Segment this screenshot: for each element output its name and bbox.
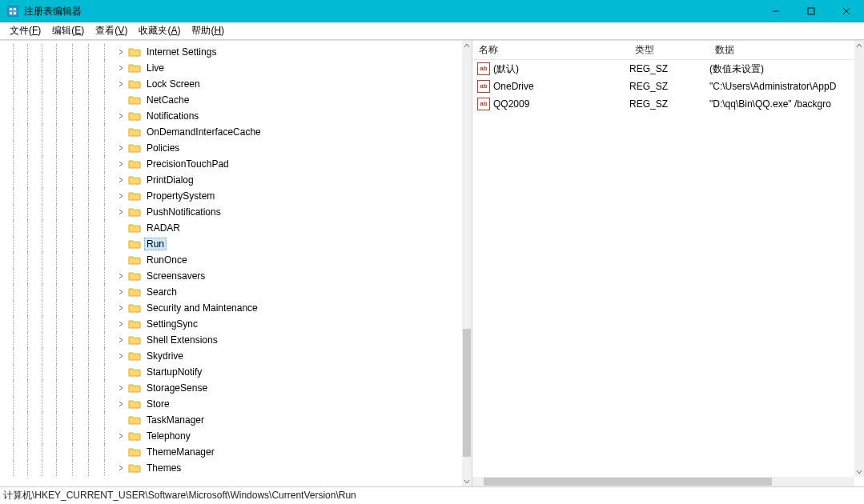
- chevron-right-icon[interactable]: [115, 430, 127, 442]
- tree-item[interactable]: RADAR: [11, 220, 462, 236]
- folder-icon: [128, 142, 141, 154]
- chevron-right-icon[interactable]: [115, 382, 127, 394]
- scrollbar-thumb[interactable]: [463, 329, 471, 457]
- tree-item[interactable]: Shell Extensions: [11, 332, 462, 348]
- tree-item[interactable]: PropertySystem: [11, 188, 462, 204]
- tree-item[interactable]: Policies: [11, 140, 462, 156]
- chevron-right-icon[interactable]: [115, 62, 127, 74]
- chevron-right-icon[interactable]: [115, 462, 127, 474]
- list-hscrollbar[interactable]: [472, 477, 854, 486]
- value-row[interactable]: abQQ2009REG_SZ"D:\qq\Bin\QQ.exe" /backgr…: [472, 95, 864, 113]
- chevron-right-icon[interactable]: [115, 334, 127, 346]
- tree-item[interactable]: Run: [11, 236, 462, 252]
- chevron-right-icon[interactable]: [115, 318, 127, 330]
- folder-icon: [128, 462, 141, 474]
- scrollbar-thumb[interactable]: [484, 478, 772, 486]
- tree-item-label: Notifications: [144, 110, 201, 122]
- app-icon: [6, 5, 19, 18]
- folder-icon: [128, 366, 141, 378]
- tree-item[interactable]: RunOnce: [11, 252, 462, 268]
- scroll-down-icon[interactable]: [854, 467, 864, 477]
- chevron-right-icon[interactable]: [115, 398, 127, 410]
- tree-item[interactable]: PrintDialog: [11, 172, 462, 188]
- tree-pane: Internet SettingsLiveLock ScreenNetCache…: [0, 41, 472, 486]
- svg-rect-3: [10, 12, 12, 14]
- chevron-right-icon[interactable]: [115, 190, 127, 202]
- tree-item[interactable]: Store: [11, 396, 462, 412]
- scroll-down-icon[interactable]: [462, 477, 472, 486]
- chevron-right-icon[interactable]: [115, 270, 127, 282]
- string-value-icon: ab: [477, 98, 490, 110]
- menu-view[interactable]: 查看(V): [90, 22, 132, 39]
- menu-help[interactable]: 帮助(H): [187, 22, 229, 39]
- tree-item-label: Internet Settings: [144, 46, 219, 58]
- column-name[interactable]: 名称: [472, 40, 629, 60]
- column-data[interactable]: 数据: [709, 40, 864, 60]
- tree-item[interactable]: Themes: [11, 460, 462, 476]
- column-type[interactable]: 类型: [629, 40, 709, 60]
- svg-rect-0: [8, 6, 18, 16]
- tree-item[interactable]: Internet Settings: [11, 44, 462, 60]
- tree-item[interactable]: Telephony: [11, 428, 462, 444]
- tree-item[interactable]: PrecisionTouchPad: [11, 156, 462, 172]
- chevron-right-icon[interactable]: [115, 78, 127, 90]
- chevron-right-icon[interactable]: [115, 110, 127, 122]
- scroll-up-icon[interactable]: [854, 41, 864, 50]
- chevron-right-icon[interactable]: [115, 142, 127, 154]
- tree-item[interactable]: ThemeManager: [11, 444, 462, 460]
- chevron-right-icon[interactable]: [115, 206, 127, 218]
- folder-icon: [128, 222, 141, 234]
- folder-icon: [128, 94, 141, 106]
- maximize-button[interactable]: [794, 0, 829, 22]
- tree-item[interactable]: NetCache: [11, 92, 462, 108]
- tree-item-label: TaskManager: [144, 414, 207, 426]
- chevron-right-icon[interactable]: [115, 286, 127, 298]
- menu-file[interactable]: 文件(F): [5, 22, 46, 39]
- tree-scrollbar[interactable]: [462, 41, 472, 486]
- tree-item[interactable]: Notifications: [11, 108, 462, 124]
- tree-item[interactable]: Skydrive: [11, 348, 462, 364]
- list-vscrollbar[interactable]: [854, 41, 864, 477]
- tree-item[interactable]: Screensavers: [11, 268, 462, 284]
- folder-icon: [128, 302, 141, 314]
- string-value-icon: ab: [477, 62, 490, 75]
- values-list[interactable]: ab(默认)REG_SZ(数值未设置)abOneDriveREG_SZ"C:\U…: [472, 60, 864, 113]
- tree-item-label: Screensavers: [144, 270, 207, 282]
- status-path: 计算机\HKEY_CURRENT_USER\Software\Microsoft…: [3, 489, 356, 502]
- scroll-up-icon[interactable]: [462, 41, 472, 50]
- value-type: REG_SZ: [629, 81, 709, 92]
- folder-icon: [128, 238, 141, 250]
- tree-item[interactable]: OnDemandInterfaceCache: [11, 124, 462, 140]
- menu-edit[interactable]: 编辑(E): [47, 22, 89, 39]
- chevron-right-icon[interactable]: [115, 46, 127, 58]
- registry-tree[interactable]: Internet SettingsLiveLock ScreenNetCache…: [11, 41, 462, 476]
- tree-item[interactable]: Security and Maintenance: [11, 300, 462, 316]
- tree-item-label: PrecisionTouchPad: [144, 158, 231, 170]
- folder-icon: [128, 286, 141, 298]
- tree-item[interactable]: PushNotifications: [11, 204, 462, 220]
- tree-item[interactable]: SettingSync: [11, 316, 462, 332]
- menu-favorites[interactable]: 收藏夹(A): [134, 22, 185, 39]
- tree-item-label: Policies: [144, 142, 182, 154]
- minimize-button[interactable]: [758, 0, 794, 22]
- tree-item-label: RunOnce: [144, 254, 190, 266]
- folder-icon: [128, 46, 141, 58]
- tree-item[interactable]: StartupNotify: [11, 364, 462, 380]
- statusbar: 计算机\HKEY_CURRENT_USER\Software\Microsoft…: [0, 486, 864, 504]
- chevron-right-icon[interactable]: [115, 174, 127, 186]
- chevron-right-icon[interactable]: [115, 350, 127, 362]
- values-pane: 名称 类型 数据 ab(默认)REG_SZ(数值未设置)abOneDriveRE…: [472, 41, 864, 486]
- chevron-right-icon[interactable]: [115, 302, 127, 314]
- folder-icon: [128, 158, 141, 170]
- tree-item[interactable]: Lock Screen: [11, 76, 462, 92]
- value-row[interactable]: abOneDriveREG_SZ"C:\Users\Administrator\…: [472, 78, 864, 95]
- value-row[interactable]: ab(默认)REG_SZ(数值未设置): [472, 60, 864, 78]
- chevron-right-icon[interactable]: [115, 158, 127, 170]
- tree-item[interactable]: Search: [11, 284, 462, 300]
- tree-item[interactable]: Live: [11, 60, 462, 76]
- close-button[interactable]: [829, 0, 864, 22]
- tree-item[interactable]: TaskManager: [11, 412, 462, 428]
- tree-item-label: StorageSense: [144, 382, 210, 394]
- tree-item[interactable]: StorageSense: [11, 380, 462, 396]
- folder-icon: [128, 206, 141, 218]
